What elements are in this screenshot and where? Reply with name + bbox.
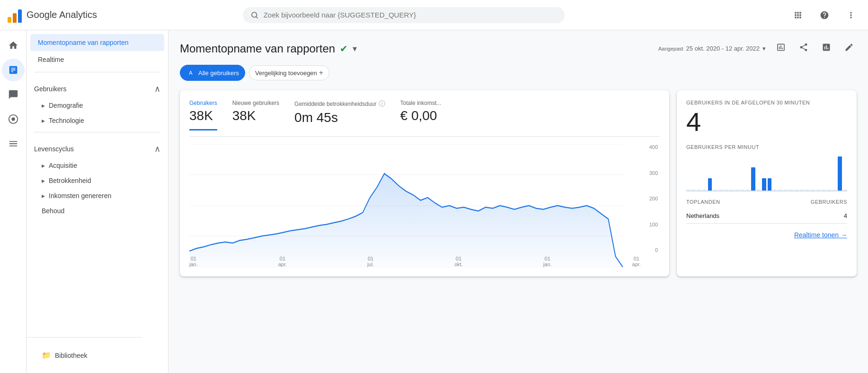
realtime-link[interactable]: Realtime tonen → [794, 231, 847, 239]
chart-svg [189, 144, 660, 267]
sidebar-item-inkomsten[interactable]: ▸ Inkomsten genereren [27, 188, 168, 203]
rt-bar [768, 178, 771, 190]
x-label-apr2: 01apr. [632, 256, 641, 267]
apps-icon [793, 10, 803, 20]
rt-bar-chart [686, 154, 847, 191]
advertising-icon [8, 114, 18, 124]
search-bar[interactable] [243, 7, 565, 23]
rt-bar [740, 190, 744, 191]
rt-bar [811, 190, 815, 191]
sidebar-item-behoud[interactable]: Behoud [27, 203, 168, 218]
sidebar-item-realtime[interactable]: Realtime [30, 51, 164, 68]
chevron-up-icon-2: ∧ [154, 144, 160, 154]
chevron-up-icon: ∧ [154, 84, 160, 94]
sidebar-section-users-label: Gebruikers [34, 85, 66, 93]
sidebar-item-technologie[interactable]: ▸ Technologie [27, 113, 168, 128]
y-label-0: 0 [649, 247, 658, 253]
page-title: Momentopname van rapporten [180, 42, 335, 55]
y-label-400: 400 [649, 144, 658, 150]
info-icon: ⓘ [379, 100, 385, 108]
rt-bar [746, 190, 750, 191]
rt-bar [730, 190, 734, 191]
metric-duration-label: Gemiddelde betrokkenheidsduur ⓘ [294, 100, 385, 108]
expand-arrow-icon: ▸ [42, 102, 45, 109]
svg-line-1 [256, 17, 257, 18]
logo-bar-medium [13, 13, 17, 23]
x-label-jul: 01jul. [367, 256, 374, 267]
metric-duration[interactable]: Gemiddelde betrokkenheidsduur ⓘ 0m 45s [294, 100, 385, 130]
rt-bar [735, 190, 739, 191]
icon-sidebar [0, 30, 27, 373]
rt-bar [751, 167, 755, 191]
sidebar-item-demografie[interactable]: ▸ Demografie [27, 98, 168, 113]
rt-table-header: TOPLANDEN GEBRUIKERS [686, 199, 847, 205]
rt-bar [816, 190, 820, 191]
logo-bar-tall [18, 9, 22, 23]
y-label-200: 200 [649, 196, 658, 201]
page-header: Momentopname van rapporten ✔ ▾ Aangepast… [180, 40, 857, 57]
date-label: Aangepast [658, 46, 683, 52]
rt-bar [827, 190, 831, 191]
nav-configure-button[interactable] [2, 132, 25, 155]
logo-icon [8, 8, 22, 23]
rt-bar [789, 190, 793, 191]
chart-type-button[interactable] [773, 40, 788, 57]
metric-gebruikers[interactable]: Gebruikers 38K [189, 100, 217, 130]
sidebar-section-lifecycle[interactable]: Levenscyclus ∧ [27, 136, 168, 158]
rt-bar [697, 190, 701, 191]
svg-point-3 [11, 117, 15, 121]
date-range-picker[interactable]: Aangepast 25 okt. 2020 - 12 apr. 2022 ▾ [658, 45, 766, 52]
date-range-value: 25 okt. 2020 - 12 apr. 2022 [686, 45, 760, 52]
insights-button[interactable] [819, 40, 834, 57]
help-button[interactable] [815, 6, 834, 25]
date-dropdown-icon: ▾ [762, 45, 766, 52]
help-icon [820, 10, 829, 20]
apps-button[interactable] [788, 6, 807, 25]
rt-bar [778, 190, 782, 191]
nav-explore-button[interactable] [2, 83, 25, 106]
rt-bar [686, 190, 690, 191]
x-label-apr1: 01apr. [278, 256, 287, 267]
share-button[interactable] [796, 40, 811, 57]
rt-bar [838, 156, 841, 191]
realtime-card: GEBRUIKERS IN DE AFGELOPEN 30 MINUTEN 4 … [677, 90, 857, 277]
sidebar-item-snapshot[interactable]: Momentopname van rapporten [30, 34, 164, 51]
metric-nieuwe[interactable]: Nieuwe gebruikers 38K [232, 100, 279, 130]
segment-label: Alle gebruikers [198, 69, 239, 77]
sidebar-item-betrokkenheid[interactable]: ▸ Betrokkenheid [27, 173, 168, 188]
segment-all-users[interactable]: A Alle gebruikers [180, 65, 245, 81]
svg-point-0 [252, 12, 257, 17]
search-input[interactable] [264, 11, 557, 19]
app-title: Google Analytics [27, 9, 97, 20]
sidebar-item-bibliotheek[interactable]: 📁 Bibliotheek [34, 343, 134, 367]
nav-advertising-button[interactable] [2, 108, 25, 130]
metric-inkomsten[interactable]: Totale inkomst... € 0,00 [400, 100, 442, 130]
sidebar-item-acquisitie[interactable]: ▸ Acquisitie [27, 158, 168, 173]
more-icon [846, 10, 856, 20]
rt-bar [762, 178, 766, 190]
configure-icon [8, 139, 18, 149]
nav-home-button[interactable] [2, 34, 25, 57]
main-chart-card: Gebruikers 38K Nieuwe gebruikers 38K Gem… [180, 90, 669, 277]
rt-bar [833, 190, 836, 191]
title-dropdown-button[interactable]: ▾ [353, 43, 357, 54]
insights-icon [822, 43, 831, 52]
add-comparison-button[interactable]: Vergelijking toevoegen + [249, 65, 329, 80]
nav-sidebar: Momentopname van rapporten Realtime Gebr… [27, 30, 168, 373]
metric-gebruikers-value: 38K [189, 108, 217, 123]
nav-reports-button[interactable] [2, 59, 25, 81]
rt-country-netherlands: Netherlands [686, 212, 719, 219]
sidebar-section-users[interactable]: Gebruikers ∧ [27, 76, 168, 98]
realtime-header-label: GEBRUIKERS IN DE AFGELOPEN 30 MINUTEN [686, 100, 847, 105]
rt-bar [713, 190, 717, 191]
metric-nieuwe-label: Nieuwe gebruikers [232, 100, 279, 106]
rt-bar [843, 190, 847, 191]
expand-arrow-icon-2: ▸ [42, 117, 45, 124]
rt-bar-section-label: GEBRUIKERS PER MINUUT [686, 144, 847, 150]
edit-button[interactable] [841, 40, 857, 57]
sidebar-section-lifecycle-label: Levenscyclus [34, 145, 74, 153]
more-button[interactable] [841, 6, 860, 25]
explore-icon [8, 89, 18, 100]
metric-inkomsten-value: € 0,00 [400, 108, 442, 123]
rt-bar [724, 190, 728, 191]
